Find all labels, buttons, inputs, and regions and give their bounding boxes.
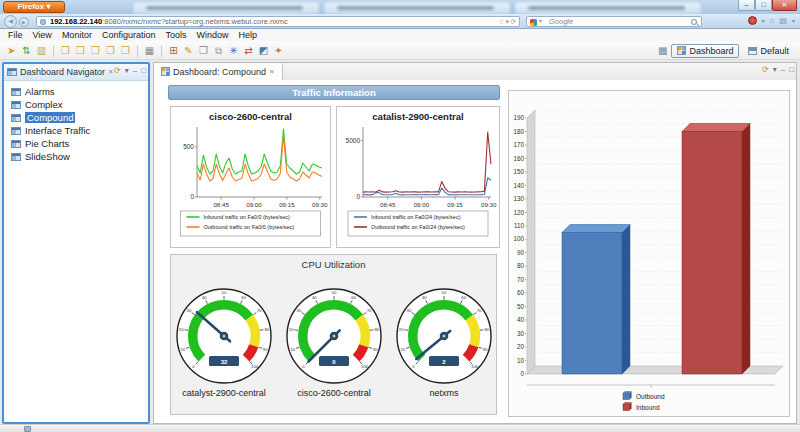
svg-text:09:30: 09:30 xyxy=(312,201,328,208)
relations-icon[interactable]: ⇄ xyxy=(242,44,255,58)
reload-icon[interactable]: ⟳ xyxy=(510,18,517,25)
window-maximize-button[interactable]: □ xyxy=(755,0,772,11)
svg-text:5000: 5000 xyxy=(346,137,361,144)
line-chart-catalist-2900-central: catalist-2900-central5000008:4509:0009:1… xyxy=(337,107,499,247)
toolbar-icons: ➤⇅▥❒❒❒❒❒▦⊞✎❐⧉✳⇄◩✦ xyxy=(5,43,285,58)
menu-help[interactable]: Help xyxy=(233,30,262,40)
tools-icon[interactable]: ✦ xyxy=(272,44,285,58)
window-controls: – □ ✕ xyxy=(738,0,797,11)
sidebar-item-label: Complex xyxy=(25,99,63,110)
table-grid-icon[interactable]: ⊞ xyxy=(167,44,180,58)
browser-tab[interactable] xyxy=(514,1,702,14)
monitor-status-icon[interactable] xyxy=(24,426,31,432)
view-menu-icon[interactable]: ▾ xyxy=(125,66,129,75)
search-engine-dropdown-icon[interactable]: ▾ xyxy=(539,17,542,26)
close-icon[interactable]: ✕ xyxy=(269,68,274,76)
select-pointer-icon[interactable]: ➤ xyxy=(5,44,18,58)
open-perspective-icon[interactable]: ▩ xyxy=(658,45,667,56)
report-icon-1[interactable]: ❒ xyxy=(59,44,72,58)
perspective-button-default[interactable]: Default xyxy=(742,44,795,58)
svg-text:netxms: netxms xyxy=(429,388,459,398)
browser-tab[interactable] xyxy=(132,1,320,14)
forward-button[interactable]: ▶ xyxy=(19,17,29,27)
close-icon[interactable]: ✕ xyxy=(108,68,113,76)
view-menu-icon[interactable]: ▾ xyxy=(773,65,777,74)
dashboard-perspective-icon xyxy=(677,46,686,55)
svg-text:150: 150 xyxy=(513,168,524,175)
adblock-icon[interactable] xyxy=(748,16,757,25)
menu-configuration[interactable]: Configuration xyxy=(97,30,161,40)
minimize-view-icon[interactable]: – xyxy=(133,66,137,75)
firefox-menu-label: Firefox xyxy=(18,2,45,11)
dashboard-icon xyxy=(11,127,21,135)
copy-icon[interactable]: ⧉ xyxy=(212,44,225,58)
report-icon-4[interactable]: ❒ xyxy=(104,44,117,58)
window-minimize-button[interactable]: – xyxy=(738,0,755,11)
traffic-chart-panel-catalist: catalist-2900-central5000008:4509:0009:1… xyxy=(336,106,500,248)
browser-tab-strip[interactable] xyxy=(132,1,702,14)
view-tab-bar: Dashboard Navigator ✕ ⟳ ▾ – □ xyxy=(4,64,148,81)
url-path: :8080/nxmc/nxmc?startup=org.netxms.webui… xyxy=(102,17,288,26)
dashboard-navigator-icon xyxy=(7,68,17,76)
report-icon-2[interactable]: ❒ xyxy=(74,44,87,58)
object-browser-icon[interactable]: ▦ xyxy=(143,44,156,58)
report-icon-3[interactable]: ❒ xyxy=(89,44,102,58)
maximize-view-icon[interactable]: □ xyxy=(141,66,146,75)
svg-text:0: 0 xyxy=(190,193,194,200)
refresh-icon[interactable]: ⟳ xyxy=(114,66,121,75)
cpu-utilization-panel: CPU Utilization 010203040506070809010032… xyxy=(170,254,497,415)
bookmarks-dropdown-icon[interactable]: ▾ xyxy=(792,17,795,24)
svg-text:catalist-2900-central: catalist-2900-central xyxy=(372,111,463,122)
menu-monitor[interactable]: Monitor xyxy=(57,30,97,40)
window-close-button[interactable]: ✕ xyxy=(772,0,797,11)
sidebar-item-label: Interface Traffic xyxy=(25,125,90,136)
svg-text:Inbound: Inbound xyxy=(636,404,660,411)
open-folder-icon[interactable]: ▥ xyxy=(35,44,48,58)
sidebar-item-compound[interactable]: Compound xyxy=(4,111,148,124)
back-button[interactable]: ◀ xyxy=(4,15,17,28)
report-icon-5[interactable]: ❒ xyxy=(119,44,132,58)
sidebar-item-alarms[interactable]: Alarms xyxy=(4,85,148,98)
bookmarks-icon[interactable]: ▤ xyxy=(779,16,787,25)
perspective-button-dashboard[interactable]: Dashboard xyxy=(671,44,739,58)
toolbar-separator xyxy=(161,45,162,57)
sort-updown-icon[interactable]: ⇅ xyxy=(20,44,33,58)
sidebar-item-label: Compound xyxy=(25,112,75,123)
new-object-icon[interactable]: ✳ xyxy=(227,44,240,58)
url-bar[interactable]: 192.168.22.140:8080/nxmc/nxmc?startup=or… xyxy=(36,16,520,27)
status-bar xyxy=(0,424,800,432)
view-title: Dashboard Navigator xyxy=(20,67,105,77)
tab-dashboard-compound[interactable]: Dashboard: Compound ✕ xyxy=(154,63,283,80)
svg-text:catalyst-2900-central: catalyst-2900-central xyxy=(182,388,266,398)
adblock-dropdown-icon[interactable]: ▾ xyxy=(762,17,765,24)
menu-view[interactable]: View xyxy=(28,30,57,40)
svg-text:60: 60 xyxy=(351,295,356,300)
menu-tools[interactable]: Tools xyxy=(160,30,191,40)
firefox-menu-button[interactable]: Firefox ▾ xyxy=(3,1,65,13)
document-icon[interactable]: ❐ xyxy=(197,44,210,58)
toolbar-separator xyxy=(53,45,54,57)
sidebar-item-interface-traffic[interactable]: Interface Traffic xyxy=(4,124,148,137)
bookmark-star-icon[interactable]: ☆ xyxy=(498,18,505,25)
svg-text:cisco-2600-central: cisco-2600-central xyxy=(297,388,371,398)
svg-text:0: 0 xyxy=(356,193,360,200)
edit-icon[interactable]: ✎ xyxy=(182,44,195,58)
dashboard-icon xyxy=(11,88,21,96)
search-icon[interactable] xyxy=(691,19,698,26)
sidebar-item-label: Alarms xyxy=(25,86,55,97)
tab-dashboard-navigator[interactable]: Dashboard Navigator ✕ xyxy=(7,67,114,77)
maximize-view-icon[interactable]: □ xyxy=(789,65,794,74)
svg-text:40: 40 xyxy=(202,295,207,300)
sidebar-item-pie-charts[interactable]: Pie Charts xyxy=(4,137,148,150)
search-input[interactable]: ▾ Google xyxy=(526,16,702,27)
browser-tab[interactable] xyxy=(323,1,511,14)
google-logo-icon[interactable] xyxy=(530,19,537,26)
minimize-view-icon[interactable]: – xyxy=(781,65,785,74)
menu-file[interactable]: File xyxy=(3,30,28,40)
sidebar-item-complex[interactable]: Complex xyxy=(4,98,148,111)
sidebar-item-slideshow[interactable]: SlideShow xyxy=(4,150,148,163)
refresh-icon[interactable]: ⟳ xyxy=(762,65,769,74)
menu-window[interactable]: Window xyxy=(191,30,233,40)
home-icon[interactable]: ⌂ xyxy=(770,16,775,25)
chart-edit-icon[interactable]: ◩ xyxy=(257,44,270,58)
